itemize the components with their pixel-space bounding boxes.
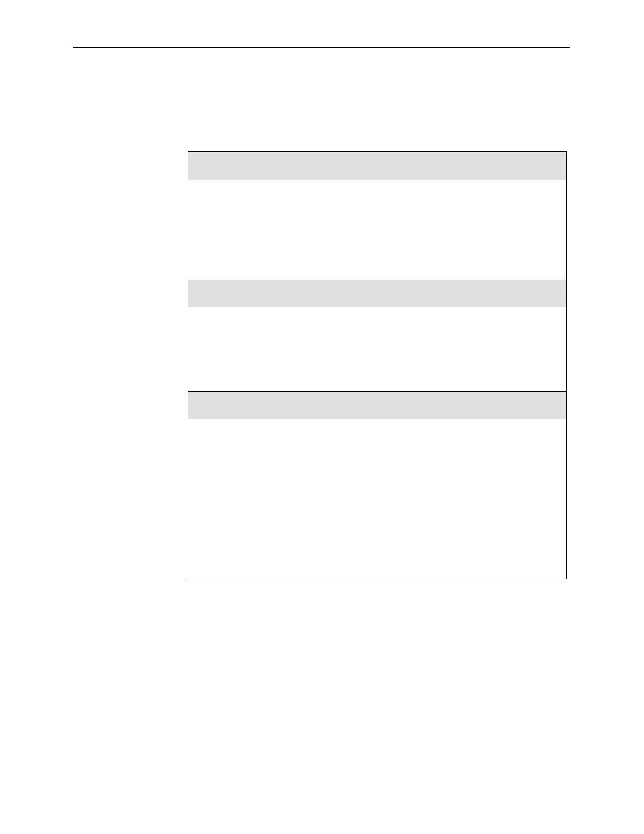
table-row-header <box>188 152 566 180</box>
table-row-header <box>188 280 566 307</box>
content-table <box>188 151 567 579</box>
table-row <box>188 419 566 579</box>
header-rule <box>73 47 570 48</box>
document-page <box>0 0 644 834</box>
table-row <box>188 307 566 391</box>
table-row-header <box>188 391 566 419</box>
table-row <box>188 180 566 280</box>
